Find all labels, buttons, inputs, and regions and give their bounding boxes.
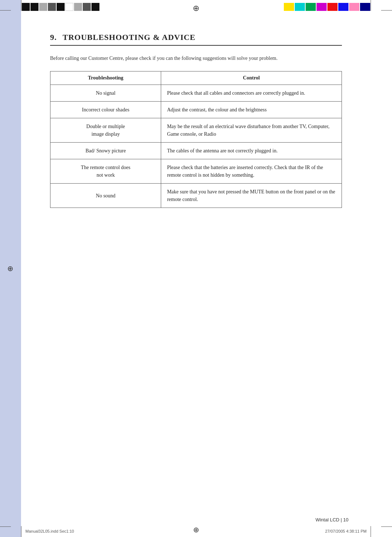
table-row: Double or multipleimage displayMay be th… (50, 118, 342, 143)
crop-mark (0, 10, 11, 11)
control-cell: Make sure that you have not pressed the … (161, 184, 342, 208)
crop-mark (21, 0, 21, 11)
color-block-cyan (295, 3, 305, 11)
color-block-blue (338, 3, 348, 11)
color-block (91, 3, 99, 11)
col-header-troubleshooting: Troubleshooting (50, 71, 161, 85)
troubleshooting-table: Troubleshooting Control No signalPlease … (50, 71, 342, 208)
table-row: Incorrect colour shadesAdjust the contra… (50, 102, 342, 118)
control-cell: Adjust the contrast, the colour and the … (161, 102, 342, 118)
brand-label: Wintal LCD (315, 517, 339, 522)
bottom-right-text: 27/07/2005 4:38:11 PM (325, 529, 367, 533)
top-color-blocks-right (284, 3, 370, 11)
issue-cell: No signal (50, 85, 161, 102)
section-number: 9. (50, 33, 57, 42)
crop-mark (371, 526, 371, 537)
color-block (39, 3, 47, 11)
table-row: Bad/ Snowy pictureThe cables of the ante… (50, 143, 342, 159)
crop-mark (21, 526, 21, 537)
color-block (30, 3, 38, 11)
color-block (22, 3, 30, 11)
color-block (48, 3, 56, 11)
section-title: 9.TROUBLESHOOTING & ADVICE (50, 33, 342, 46)
top-color-blocks-left (22, 3, 99, 11)
issue-cell: Incorrect colour shades (50, 102, 161, 118)
intro-paragraph: Before calling our Customer Centre, plea… (50, 54, 342, 62)
issue-cell: Double or multipleimage display (50, 118, 161, 143)
reg-mark-top: ⊕ (193, 4, 199, 13)
page-footer: Wintal LCD | 10 (315, 517, 348, 522)
color-block-red (327, 3, 338, 11)
crop-mark (371, 0, 371, 11)
color-block-darkblue (360, 3, 370, 11)
color-block-pink (349, 3, 359, 11)
color-block-green (306, 3, 316, 11)
color-block (57, 3, 65, 11)
main-content: 9.TROUBLESHOOTING & ADVICE Before callin… (21, 18, 371, 222)
table-row: No soundMake sure that you have not pres… (50, 184, 342, 208)
control-cell: May be the result of an electrical wave … (161, 118, 342, 143)
bottom-left-text: Manual32L05.indd Sec1:10 (25, 529, 74, 533)
table-row: The remote control doesnot workPlease ch… (50, 159, 342, 184)
issue-cell: Bad/ Snowy picture (50, 143, 161, 159)
table-row: No signalPlease check that all cables an… (50, 85, 342, 102)
issue-cell: The remote control doesnot work (50, 159, 161, 184)
color-block (74, 3, 82, 11)
control-cell: Please check that the batteries are inse… (161, 159, 342, 184)
color-block (83, 3, 91, 11)
crop-mark (381, 10, 392, 11)
control-cell: The cables of the antenna are not correc… (161, 143, 342, 159)
page-number: 10 (343, 517, 348, 522)
reg-mark-bottom: ⊕ (193, 525, 199, 534)
issue-cell: No sound (50, 184, 161, 208)
left-sidebar: ⊕ (0, 0, 21, 537)
control-cell: Please check that all cables and connect… (161, 85, 342, 102)
col-header-control: Control (161, 71, 342, 85)
color-block (65, 3, 73, 11)
crop-mark (381, 526, 392, 527)
crop-mark (0, 526, 11, 527)
color-block-magenta (317, 3, 327, 11)
reg-mark-left: ⊕ (7, 264, 13, 273)
color-block-yellow (284, 3, 294, 11)
